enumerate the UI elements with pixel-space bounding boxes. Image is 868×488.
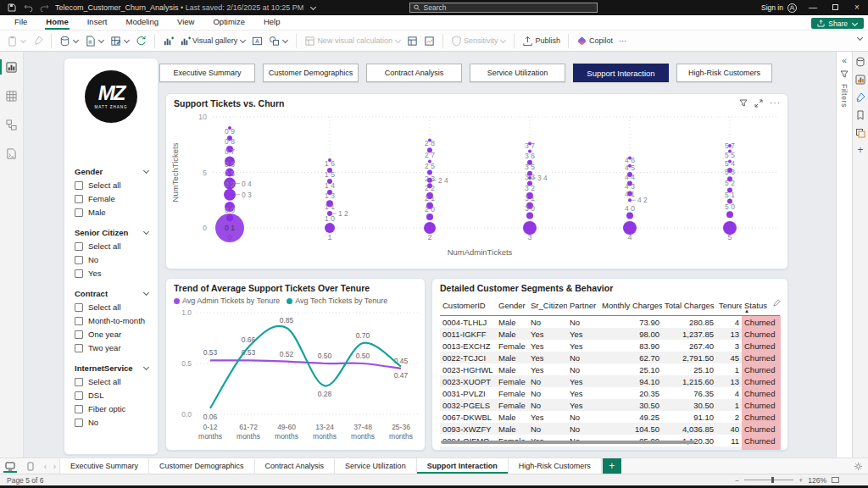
zoom-out-button[interactable]: − <box>735 476 739 485</box>
checkbox-icon[interactable] <box>75 378 83 386</box>
quick-measure-icon[interactable] <box>422 34 437 48</box>
column-header-total-charges[interactable]: Total Charges <box>662 299 716 315</box>
filters-funnel-icon[interactable] <box>840 70 849 79</box>
visual-gallery-button[interactable]: Visual gallery <box>178 34 248 48</box>
zoom-slider[interactable] <box>744 480 793 480</box>
checkbox-icon[interactable] <box>75 242 83 251</box>
table-row[interactable]: 0067-DKWBLMaleYesNo49.2591.102Churned <box>440 411 780 423</box>
expand-filters-icon[interactable]: « <box>842 56 847 65</box>
nav-button-service-utilization[interactable]: Service Utilization <box>470 64 565 82</box>
focus-mode-icon[interactable] <box>754 99 763 108</box>
search-input[interactable] <box>424 3 593 12</box>
more-commands-button[interactable]: ··· <box>617 35 628 47</box>
get-data-icon[interactable] <box>58 34 81 48</box>
checkbox-icon[interactable] <box>75 208 83 217</box>
more-options-icon[interactable]: ··· <box>770 98 781 108</box>
page-tab-service-utilization[interactable]: Service Utilization <box>334 458 416 474</box>
checkbox-icon[interactable] <box>75 405 83 413</box>
nav-button-contract-analysis[interactable]: Contract Analysis <box>366 64 462 82</box>
maximize-button[interactable] <box>829 0 841 15</box>
filter-option[interactable]: Two year <box>75 343 149 352</box>
column-header-monthly-charges[interactable]: Monthly Charges <box>599 299 662 315</box>
sign-in-button[interactable]: Sign in <box>761 3 797 13</box>
filter-icon[interactable] <box>739 99 748 108</box>
settings-gear-icon[interactable] <box>854 458 863 474</box>
checkbox-icon[interactable] <box>75 256 83 264</box>
title-dropdown-icon[interactable] <box>310 4 316 10</box>
save-icon[interactable] <box>7 3 17 13</box>
table-horizontal-scrollbar[interactable] <box>441 441 695 444</box>
nav-button-executive-summary[interactable]: Executive Summary <box>159 64 255 82</box>
table-row[interactable]: 0023-XUOPTFemaleNoYes94.101,215.6013Chur… <box>440 375 780 387</box>
page-tab-high-risk-customers[interactable]: High-Risk Customers <box>508 458 602 474</box>
filter-option[interactable]: Select all <box>75 241 149 251</box>
table-row[interactable]: 0107-WESLMMaleNoNo19.8519.851Churned <box>440 446 780 451</box>
new-page-button[interactable]: + <box>603 458 621 474</box>
column-header-tenure[interactable]: Tenure <box>716 299 742 315</box>
close-button[interactable]: × <box>851 0 863 15</box>
line-plot[interactable]: 0.00.51.00-12months61-72months49-60month… <box>166 309 426 452</box>
checkbox-icon[interactable] <box>75 317 83 325</box>
data-source-icon[interactable] <box>83 34 106 48</box>
table-row[interactable]: 0004-TLHLJMaleNoNo73.90280.854Churned <box>440 316 780 328</box>
filter-option[interactable]: No <box>75 255 149 264</box>
filter-option[interactable]: DSL <box>75 391 149 400</box>
table-row[interactable]: 0023-HGHWLMaleYesNo25.1025.101Churned <box>440 363 780 375</box>
next-page-arrow[interactable]: › <box>50 458 59 474</box>
filter-option[interactable]: Select all <box>75 180 149 190</box>
shapes-icon[interactable] <box>267 34 290 48</box>
filter-option[interactable]: Fiber optic <box>75 404 149 413</box>
chevron-down-icon[interactable] <box>143 168 149 174</box>
menu-item-home[interactable]: Home <box>36 15 77 30</box>
text-box-icon[interactable]: A <box>250 34 264 48</box>
global-search[interactable] <box>409 3 598 13</box>
column-header-sr_citizen[interactable]: Sr_Citizen <box>528 299 567 315</box>
chevron-down-icon[interactable] <box>143 290 149 296</box>
model-view-button[interactable] <box>0 116 24 133</box>
menu-item-modeling[interactable]: Modeling <box>116 15 168 30</box>
checkbox-icon[interactable] <box>75 391 83 400</box>
new-visual-icon[interactable] <box>161 34 175 48</box>
nav-button-support-interaction[interactable]: Support Interaction <box>573 64 669 82</box>
checkbox-icon[interactable] <box>75 303 83 312</box>
filters-pane-label[interactable]: Filters <box>840 84 849 108</box>
filter-option[interactable]: Yes <box>75 269 149 278</box>
table-row[interactable]: 0032-PGELSFemaleNoYes30.5030.501Churned <box>440 399 780 411</box>
format-pane-icon[interactable] <box>855 92 865 103</box>
filter-option[interactable]: One year <box>75 330 149 339</box>
page-tab-contract-analysis[interactable]: Contract Analysis <box>254 458 335 474</box>
table-row[interactable]: 0022-TCJCIMaleYesNo62.702,791.5045Churne… <box>440 352 780 363</box>
zoom-in-button[interactable]: + <box>798 476 803 485</box>
legend-item[interactable]: Avg Tech Tickets by Tenure <box>287 297 387 305</box>
refresh-icon[interactable] <box>134 34 148 48</box>
data-pane-icon[interactable] <box>855 57 865 67</box>
table-row[interactable]: 0031-PVLZIFemaleNoYes20.3576.354Churned <box>440 387 780 399</box>
table-tools-icon[interactable] <box>405 34 420 48</box>
filter-option[interactable]: Male <box>75 208 149 217</box>
chevron-down-icon[interactable] <box>143 364 149 370</box>
table-row[interactable]: 0093-XWZFYMaleNoNo104.504,036.8540Churne… <box>440 423 780 435</box>
minimize-button[interactable]: — <box>807 0 819 15</box>
table-row[interactable]: 0013-EXCHZFemaleYesYes83.90267.403Churne… <box>440 340 780 352</box>
nav-button-customer-demographics[interactable]: Customer Demographics <box>263 64 359 82</box>
menu-item-optimize[interactable]: Optimize <box>203 15 253 30</box>
menu-item-file[interactable]: File <box>5 15 36 30</box>
chevron-down-icon[interactable] <box>143 229 149 235</box>
menu-item-insert[interactable]: Insert <box>78 15 117 30</box>
scatter-plot[interactable]: 0510012345NumTechTicketsNumAdminTickets0… <box>166 94 789 270</box>
filter-option[interactable]: Select all <box>75 377 149 386</box>
column-header-gender[interactable]: Gender <box>496 299 528 315</box>
checkbox-icon[interactable] <box>75 181 83 190</box>
selection-pane-icon[interactable] <box>855 128 865 138</box>
redo-icon[interactable] <box>39 3 49 13</box>
filter-option[interactable]: No <box>75 418 149 427</box>
copilot-button[interactable]: Copilot <box>575 34 615 48</box>
fit-to-page-icon[interactable] <box>832 477 839 483</box>
filter-option[interactable]: Month-to-month <box>75 316 149 325</box>
column-header-partner[interactable]: Partner <box>567 299 599 315</box>
add-pane-icon[interactable]: + <box>857 146 863 154</box>
nav-button-high-risk-customers[interactable]: High-Risk Customers <box>676 64 772 82</box>
filter-option[interactable]: Select all <box>75 302 149 312</box>
visualizations-pane-icon[interactable] <box>855 75 865 85</box>
undo-icon[interactable] <box>23 3 33 13</box>
